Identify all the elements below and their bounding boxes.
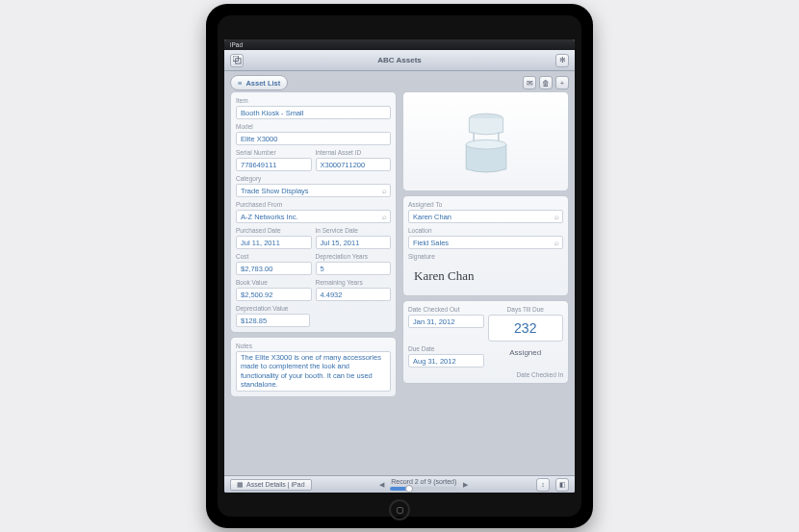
due-field[interactable]: Aug 31, 2012: [408, 354, 484, 367]
assigned-value: Karen Chan: [413, 213, 451, 221]
next-record-icon[interactable]: ▶: [463, 481, 468, 489]
search-icon[interactable]: ⌕: [554, 239, 559, 247]
add-icon[interactable]: +: [555, 76, 569, 89]
din-label: Date Checked In: [408, 371, 563, 378]
main-content: ItemBooth Kiosk - Small ModelElite X3000…: [230, 91, 569, 475]
dout-label: Date Checked Out: [408, 306, 484, 313]
pfrom-label: Purchased From: [236, 201, 391, 208]
serial-field[interactable]: 778649111: [236, 158, 312, 171]
left-column: ItemBooth Kiosk - Small ModelElite X3000…: [230, 91, 397, 475]
signature-label: Signature: [408, 253, 563, 260]
depy-label: Depreciation Years: [316, 253, 392, 260]
days-label: Days Till Due: [488, 306, 564, 313]
status-value: Assigned: [488, 345, 564, 367]
remy-field[interactable]: 4.4932: [316, 288, 392, 301]
item-field[interactable]: Booth Kiosk - Small: [236, 106, 391, 119]
kiosk-icon: [448, 103, 525, 180]
toolbar-actions: ✉ 🗑 +: [523, 76, 569, 89]
status-device-label: iPad: [230, 41, 243, 48]
assetid-field[interactable]: X3000711200: [316, 158, 392, 171]
layout-label: Asset Details | iPad: [246, 481, 305, 488]
assigned-label: Assigned To: [408, 201, 563, 208]
cost-label: Cost: [236, 253, 312, 260]
location-field[interactable]: Field Sales⌕: [408, 236, 563, 249]
pdate-field[interactable]: Jul 11, 2011: [236, 236, 312, 249]
location-label: Location: [408, 227, 563, 234]
layout-selector[interactable]: ▦ Asset Details | iPad: [230, 479, 312, 491]
item-label: Item: [236, 97, 391, 104]
depy-field[interactable]: 5: [316, 262, 392, 275]
asset-list-button[interactable]: ≡ Asset List: [230, 75, 288, 90]
svg-point-5: [466, 139, 506, 149]
mail-icon[interactable]: ✉: [523, 76, 536, 89]
pfrom-field[interactable]: A-Z Networks Inc.⌕: [236, 210, 391, 223]
notes-field[interactable]: The Elite X3000 is one of many accessori…: [236, 351, 391, 392]
days-till-due: 232: [488, 315, 564, 342]
due-label: Due Date: [408, 345, 484, 352]
serial-label: Serial Number: [236, 149, 312, 156]
cost-field[interactable]: $2,783.00: [236, 262, 312, 275]
assigned-field[interactable]: Karen Chan⌕: [408, 210, 563, 223]
depv-label: Depreciation Value: [236, 305, 310, 312]
home-button[interactable]: [389, 499, 410, 520]
ipad-device-frame: iPad ABC Assets ✻ ≡ Asset List ✉ 🗑 +: [206, 4, 593, 528]
tools-icon[interactable]: ◧: [555, 478, 569, 492]
remy-label: Remaining Years: [316, 279, 392, 286]
category-value: Trade Show Displays: [241, 187, 309, 195]
screen: iPad ABC Assets ✻ ≡ Asset List ✉ 🗑 +: [224, 39, 575, 493]
record-indicator: Record 2 of 9 (sorted): [391, 478, 456, 485]
asset-list-label: Asset List: [245, 79, 280, 88]
windows-icon[interactable]: [230, 54, 244, 67]
app-nav-bar: ABC Assets ✻: [224, 50, 575, 71]
signature-area[interactable]: Karen Chan: [408, 262, 563, 291]
book-label: Book Value: [236, 279, 312, 286]
search-icon[interactable]: ⌕: [382, 187, 387, 195]
ios-status-bar: iPad: [224, 39, 575, 50]
bottom-toolbar: ▦ Asset Details | iPad ◀ Record 2 of 9 (…: [224, 475, 575, 493]
assetid-label: Internal Asset ID: [316, 149, 392, 156]
asset-image[interactable]: [402, 91, 569, 191]
layout-icon: ▦: [237, 481, 244, 489]
book-field[interactable]: $2,500.92: [236, 288, 312, 301]
category-field[interactable]: Trade Show Displays⌕: [236, 184, 391, 197]
dout-field[interactable]: Jan 31, 2012: [408, 315, 484, 328]
model-field[interactable]: Elite X3000: [236, 132, 391, 145]
trash-icon[interactable]: 🗑: [539, 76, 553, 89]
app-title: ABC Assets: [247, 56, 552, 64]
category-label: Category: [236, 175, 391, 182]
gear-icon[interactable]: ✻: [555, 54, 569, 67]
pfrom-value: A-Z Networks Inc.: [241, 213, 298, 221]
record-slider[interactable]: [390, 487, 457, 491]
search-icon[interactable]: ⌕: [554, 213, 559, 221]
model-label: Model: [236, 123, 391, 130]
pdate-label: Purchased Date: [236, 227, 312, 234]
search-icon[interactable]: ⌕: [382, 213, 387, 221]
svcdate-field[interactable]: Jul 15, 2011: [316, 236, 392, 249]
depv-field[interactable]: $128.85: [236, 314, 310, 327]
prev-record-icon[interactable]: ◀: [379, 481, 384, 489]
notes-label: Notes: [236, 342, 391, 349]
svcdate-label: In Service Date: [316, 227, 392, 234]
list-icon: ≡: [238, 79, 242, 88]
sort-icon[interactable]: ↕: [536, 478, 550, 492]
location-value: Field Sales: [413, 239, 449, 247]
right-column: Assigned ToKaren Chan⌕ LocationField Sal…: [402, 91, 569, 475]
